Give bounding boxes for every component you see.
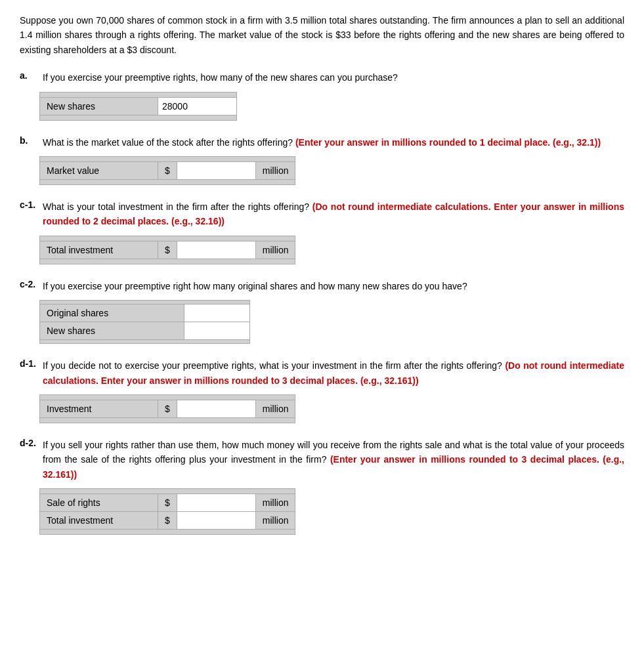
new-shares-value-cell [158, 97, 237, 115]
table-row: Sale of rights $ million [40, 494, 295, 512]
total-investment-d2-input[interactable] [177, 512, 255, 529]
total-investment-d2-input-cell [177, 512, 255, 530]
question-c2-block: c-2. If you exercise your preemptive rig… [20, 279, 624, 344]
question-c2-table: Original shares New shares [39, 300, 250, 344]
question-b-table: Market value $ million [39, 156, 295, 185]
question-b-block: b. What is the market value of the stock… [20, 135, 624, 185]
question-c1-table: Total investment $ million [39, 236, 295, 264]
total-investment-c1-unit: million [255, 241, 295, 259]
question-d2-text: If you sell your rights rather than use … [43, 438, 624, 482]
market-value-input[interactable] [177, 162, 255, 179]
sale-of-rights-input-cell [177, 494, 255, 512]
question-d1-letter: d-1. [20, 358, 43, 369]
question-c2-letter: c-2. [20, 279, 43, 289]
question-d1-text: If you decide not to exercise your preem… [43, 358, 624, 388]
new-shares-c2-input[interactable] [184, 322, 249, 339]
investment-d1-unit: million [255, 400, 295, 417]
question-c1-block: c-1. What is your total investment in th… [20, 200, 624, 264]
table-row: Total investment $ million [40, 512, 295, 530]
new-shares-c2-input-cell [184, 322, 250, 340]
question-d2-letter: d-2. [20, 438, 43, 448]
question-c1-letter: c-1. [20, 200, 43, 210]
intro-paragraph: Suppose you own 70,000 shares of common … [20, 13, 624, 57]
table-row: Original shares [40, 304, 250, 322]
original-shares-input-cell [184, 304, 250, 322]
question-d2-block: d-2. If you sell your rights rather than… [20, 438, 624, 535]
investment-d1-input-cell [177, 400, 255, 417]
total-investment-c1-input[interactable] [177, 242, 255, 259]
question-a-letter: a. [20, 70, 43, 81]
new-shares-label: New shares [40, 97, 158, 115]
market-value-input-cell [177, 161, 255, 179]
market-value-unit: million [255, 161, 295, 179]
question-c1-text: What is your total investment in the fir… [43, 200, 624, 229]
sale-of-rights-input[interactable] [177, 494, 255, 511]
new-shares-c2-label: New shares [40, 322, 184, 340]
total-investment-c1-input-cell [177, 241, 255, 259]
question-d2-table: Sale of rights $ million Total investmen… [39, 488, 295, 535]
total-investment-d2-label: Total investment [40, 512, 158, 530]
question-d1-table: Investment $ million [39, 394, 295, 423]
original-shares-input[interactable] [184, 304, 249, 322]
question-d1-block: d-1. If you decide not to exercise your … [20, 358, 624, 423]
question-b-red: (Enter your answer in millions rounded t… [295, 137, 601, 148]
table-row: New shares [40, 322, 250, 340]
investment-d1-label: Investment [40, 400, 158, 417]
question-a-block: a. If you exercise your preemptive right… [20, 70, 624, 120]
new-shares-input[interactable] [158, 98, 236, 115]
market-value-label: Market value [40, 161, 158, 179]
investment-d1-input[interactable] [177, 400, 255, 417]
question-b-letter: b. [20, 135, 43, 146]
question-b-text: What is the market value of the stock af… [43, 135, 624, 150]
question-a-text: If you exercise your preemptive rights, … [43, 70, 624, 85]
question-a-table: New shares [39, 92, 237, 121]
original-shares-label: Original shares [40, 304, 184, 322]
total-investment-d2-unit: million [255, 512, 295, 530]
sale-of-rights-unit: million [255, 494, 295, 512]
market-value-dollar: $ [158, 161, 177, 179]
question-c2-text: If you exercise your preemptive right ho… [43, 279, 624, 293]
sale-of-rights-label: Sale of rights [40, 494, 158, 512]
total-investment-c1-label: Total investment [40, 241, 158, 259]
total-investment-c1-dollar: $ [158, 241, 177, 259]
total-investment-d2-dollar: $ [158, 512, 177, 530]
sale-of-rights-dollar: $ [158, 494, 177, 512]
investment-d1-dollar: $ [158, 400, 177, 417]
